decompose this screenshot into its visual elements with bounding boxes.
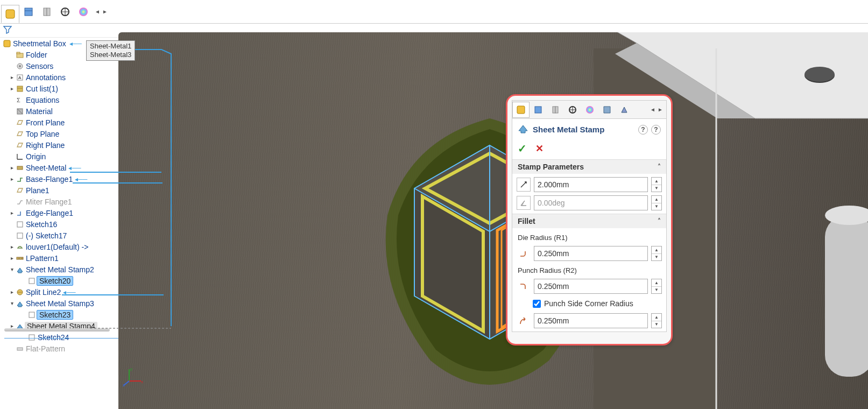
stamp-icon <box>15 265 25 274</box>
svg-rect-22 <box>17 222 23 227</box>
die-radius-input[interactable] <box>534 246 648 261</box>
filter-icon[interactable] <box>3 25 12 36</box>
sheet-metal-callout: Sheet-Metal1 Sheet-Metal3 <box>86 40 135 61</box>
origin-icon <box>15 152 25 161</box>
cancel-button[interactable]: ✕ <box>535 143 544 154</box>
tree-item-label: Sketch24 <box>37 333 69 342</box>
fm-tab-property[interactable] <box>19 3 38 21</box>
stamp-params-body: ▲▼ ▲▼ <box>512 174 666 214</box>
tree-item-label: (-) Sketch17 <box>25 231 67 240</box>
sheet-metal-stamp-panel: ◄ ► Sheet Metal Stamp ? ? ✓ ✕ Stamp Para… <box>506 94 673 345</box>
expand-icon[interactable]: ▸ <box>9 255 15 261</box>
expand-icon[interactable]: ▸ <box>9 244 15 250</box>
punch-radius-label: Punch Radius (R2) <box>517 264 662 276</box>
svg-point-43 <box>805 67 835 82</box>
height-icon <box>517 178 531 192</box>
panel-tab-right[interactable]: ► <box>657 104 664 116</box>
corner-radius-checkbox[interactable] <box>533 300 541 308</box>
svg-rect-25 <box>19 257 22 259</box>
sk-icon <box>15 220 25 229</box>
panel-tab-prop[interactable] <box>530 102 547 118</box>
mat-icon <box>15 107 25 116</box>
panel-tab-cfg[interactable] <box>547 102 564 118</box>
panel-tab-appear[interactable] <box>581 102 598 118</box>
help-icon[interactable]: ? <box>651 125 661 135</box>
bf-icon <box>15 175 25 184</box>
fillet-header[interactable]: Fillet ˄ <box>512 214 666 228</box>
ok-button[interactable]: ✓ <box>518 142 527 155</box>
tab-scroll-left[interactable]: ◄ <box>94 6 101 18</box>
svg-rect-23 <box>17 233 23 238</box>
expand-icon[interactable]: ▸ <box>9 86 15 91</box>
tree-item-label: Miter Flange1 <box>25 198 72 206</box>
height-spinner[interactable]: ▲▼ <box>651 177 662 192</box>
svg-text:Σ: Σ <box>17 97 20 103</box>
sk-icon <box>27 311 37 319</box>
svg-rect-4 <box>47 8 50 16</box>
tree-item-label: Sketch16 <box>25 220 57 229</box>
svg-rect-16 <box>17 86 23 91</box>
corner-radius-input[interactable] <box>534 313 648 328</box>
chevron-up-icon: ˄ <box>658 217 661 225</box>
tree-item-label: louver1(Default) -> <box>25 243 88 251</box>
tree-item-label: Base-Flange1 <box>25 175 73 184</box>
sm-icon <box>15 164 25 172</box>
fm-tab-appearance[interactable] <box>74 3 93 21</box>
fm-tab-dim[interactable] <box>56 3 74 21</box>
3d-viewport[interactable]: y x z <box>118 32 868 409</box>
die-spinner[interactable]: ▲▼ <box>651 246 662 261</box>
plane-icon <box>15 186 25 195</box>
expand-icon[interactable]: ▸ <box>9 165 15 171</box>
tab-scroll-right[interactable]: ► <box>101 6 109 18</box>
expand-icon[interactable]: ▾ <box>9 266 15 272</box>
fillet-body: Die Radius (R1) ▲▼ Punch Radius (R2) ▲▼ … <box>512 228 666 332</box>
stamp-angle-row: ▲▼ <box>517 195 662 210</box>
ef-icon <box>15 209 25 217</box>
svg-rect-3 <box>44 8 47 16</box>
fm-tab-tree[interactable] <box>1 5 19 23</box>
svg-rect-1 <box>25 8 32 16</box>
expand-icon[interactable]: ▸ <box>9 176 15 182</box>
expand-icon[interactable]: ▸ <box>9 74 15 80</box>
svg-rect-48 <box>535 107 541 113</box>
expand-icon[interactable]: ▸ <box>9 210 15 216</box>
stamp-params-header[interactable]: Stamp Parameters ˄ <box>512 159 666 174</box>
fm-tab-config[interactable] <box>38 3 56 21</box>
panel-tab-left[interactable]: ◄ <box>649 104 657 116</box>
tree-item-label: Flat-Pattern <box>25 344 65 353</box>
die-radius-label: Die Radius (R1) <box>517 231 662 243</box>
arrow-icon: ◂── <box>63 288 75 296</box>
lp-icon <box>15 254 25 263</box>
punch-spinner[interactable]: ▲▼ <box>651 279 662 294</box>
panel-tab-dim[interactable] <box>564 102 581 118</box>
tree-item-label: Sensors <box>25 62 53 70</box>
svg-rect-45 <box>825 215 868 377</box>
expand-icon[interactable]: ▸ <box>9 289 15 295</box>
tab-scroll: ◄ ► <box>94 6 109 18</box>
help-prev-icon[interactable]: ? <box>638 125 648 135</box>
svg-rect-26 <box>22 257 23 259</box>
panel-tab-extra2[interactable] <box>616 102 633 118</box>
corner-spinner[interactable]: ▲▼ <box>651 313 662 328</box>
corner-radius-row: ▲▼ <box>517 313 662 328</box>
tree-item-label: Sheet-Metal <box>25 164 66 172</box>
stamp-angle-input[interactable] <box>534 195 648 210</box>
tree-item-label: Split Line2 <box>25 288 61 297</box>
tree-item-label: Plane1 <box>25 186 50 195</box>
panel-tab-tree[interactable] <box>512 102 530 118</box>
panel-tab-extra1[interactable] <box>598 102 616 118</box>
expand-icon[interactable]: ▾ <box>9 300 15 306</box>
split-icon <box>15 288 25 297</box>
svg-text:A: A <box>18 75 22 80</box>
punch-radius-input[interactable] <box>534 279 648 294</box>
rollback-bar[interactable] <box>4 328 110 332</box>
tree-item-label: Annotations <box>25 73 66 82</box>
stamp-feature-icon <box>518 123 528 136</box>
svg-rect-27 <box>29 278 34 284</box>
die-radius-icon <box>517 246 531 260</box>
stamp-height-input[interactable] <box>534 177 648 192</box>
tree-item-label: Top Plane <box>25 130 59 138</box>
svg-rect-32 <box>17 348 23 350</box>
angle-spinner[interactable]: ▲▼ <box>651 195 662 210</box>
corner-radius-icon <box>517 314 531 328</box>
